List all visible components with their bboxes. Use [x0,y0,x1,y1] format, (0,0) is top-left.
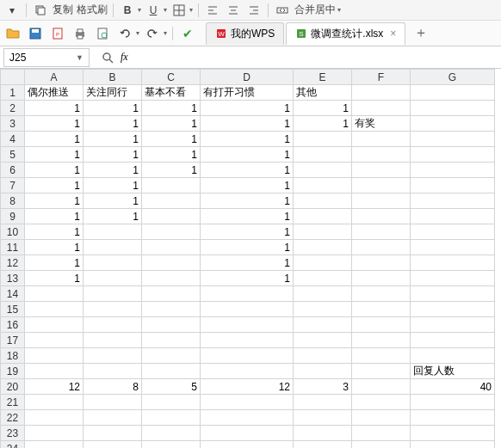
cell-E21[interactable] [294,395,352,410]
cell-F12[interactable] [352,255,411,271]
format-painter-label[interactable]: 格式刷 [77,3,108,17]
cell-D12[interactable]: 1 [201,255,294,271]
cell-B19[interactable] [84,364,142,379]
cell-D13[interactable]: 1 [201,271,294,286]
cell-A17[interactable] [25,333,84,348]
cell-G3[interactable] [411,116,495,132]
cell-D11[interactable]: 1 [201,240,294,255]
column-header-E[interactable]: E [294,70,352,85]
cell-E23[interactable] [294,426,352,441]
cell-A14[interactable] [25,286,84,302]
cell-E4[interactable] [294,132,352,147]
cell-C1[interactable]: 基本不看 [142,85,201,101]
cell-A9[interactable]: 1 [25,209,84,224]
cell-B2[interactable]: 1 [84,101,142,116]
row-header-5[interactable]: 5 [1,147,25,163]
cell-D19[interactable] [201,364,294,379]
cell-G11[interactable] [411,240,495,255]
cell-F13[interactable] [352,271,411,286]
cell-C13[interactable] [142,271,201,286]
cell-A10[interactable]: 1 [25,224,84,240]
cell-G9[interactable] [411,209,495,224]
cell-C2[interactable]: 1 [142,101,201,116]
cell-G16[interactable] [411,317,495,333]
cell-E2[interactable]: 1 [294,101,352,116]
cell-E22[interactable] [294,410,352,426]
cell-B3[interactable]: 1 [84,116,142,132]
cell-B12[interactable] [84,255,142,271]
column-header-D[interactable]: D [201,70,294,85]
cell-D20[interactable]: 12 [201,379,294,395]
cell-G18[interactable] [411,348,495,364]
cell-C12[interactable] [142,255,201,271]
cell-D9[interactable]: 1 [201,209,294,224]
cell-B16[interactable] [84,317,142,333]
undo-icon[interactable] [115,24,134,43]
cell-D24[interactable] [201,441,294,449]
cell-D23[interactable] [201,426,294,441]
cell-C3[interactable]: 1 [142,116,201,132]
cell-C20[interactable]: 5 [142,379,201,395]
cell-B21[interactable] [84,395,142,410]
underline-icon[interactable]: U [145,2,162,19]
cell-A2[interactable]: 1 [25,101,84,116]
cell-C11[interactable] [142,240,201,255]
cell-D22[interactable] [201,410,294,426]
merge-icon[interactable] [274,2,291,19]
cell-C15[interactable] [142,302,201,317]
cell-C24[interactable] [142,441,201,449]
cell-D14[interactable] [201,286,294,302]
cell-C9[interactable] [142,209,201,224]
align-left-icon[interactable] [204,2,221,19]
row-header-12[interactable]: 12 [1,255,25,271]
align-right-icon[interactable] [245,2,263,19]
print-icon[interactable] [71,24,90,43]
column-header-F[interactable]: F [352,70,411,85]
cell-G10[interactable] [411,224,495,240]
column-header-C[interactable]: C [142,70,201,85]
cell-D15[interactable] [201,302,294,317]
cell-A19[interactable] [25,364,84,379]
cell-G12[interactable] [411,255,495,271]
cell-B5[interactable]: 1 [84,147,142,163]
cell-F11[interactable] [352,240,411,255]
cell-F16[interactable] [352,317,411,333]
cell-G5[interactable] [411,147,495,163]
cell-E1[interactable]: 其他 [294,85,352,101]
cell-F15[interactable] [352,302,411,317]
row-header-16[interactable]: 16 [1,317,25,333]
cell-C4[interactable]: 1 [142,132,201,147]
copy-label[interactable]: 复制 [53,3,73,17]
row-header-1[interactable]: 1 [1,85,25,101]
cell-F6[interactable] [352,163,411,178]
cell-B18[interactable] [84,348,142,364]
cell-F19[interactable] [352,364,411,379]
cell-C23[interactable] [142,426,201,441]
check-icon[interactable]: ✔ [178,24,197,43]
cell-A16[interactable] [25,317,84,333]
cell-E15[interactable] [294,302,352,317]
cell-A15[interactable] [25,302,84,317]
spreadsheet-grid[interactable]: ABCDEFG1偶尔推送关注同行基本不看有打开习惯其他211111311111有… [0,69,501,448]
column-header-G[interactable]: G [411,70,495,85]
cell-E6[interactable] [294,163,352,178]
cell-D7[interactable]: 1 [201,178,294,193]
cell-C10[interactable] [142,224,201,240]
cell-E13[interactable] [294,271,352,286]
cell-C6[interactable]: 1 [142,163,201,178]
cell-G21[interactable] [411,395,495,410]
cell-B10[interactable] [84,224,142,240]
cell-B11[interactable] [84,240,142,255]
cell-F4[interactable] [352,132,411,147]
cell-A12[interactable]: 1 [25,255,84,271]
cell-F8[interactable] [352,193,411,209]
open-icon[interactable] [3,24,22,43]
cell-E17[interactable] [294,333,352,348]
cell-F1[interactable] [352,85,411,101]
cell-C16[interactable] [142,317,201,333]
paste-menu-arrow[interactable]: ▾ [3,2,21,19]
cell-G19[interactable]: 回复人数 [411,364,495,379]
cell-E18[interactable] [294,348,352,364]
row-header-21[interactable]: 21 [1,395,25,410]
row-header-20[interactable]: 20 [1,379,25,395]
